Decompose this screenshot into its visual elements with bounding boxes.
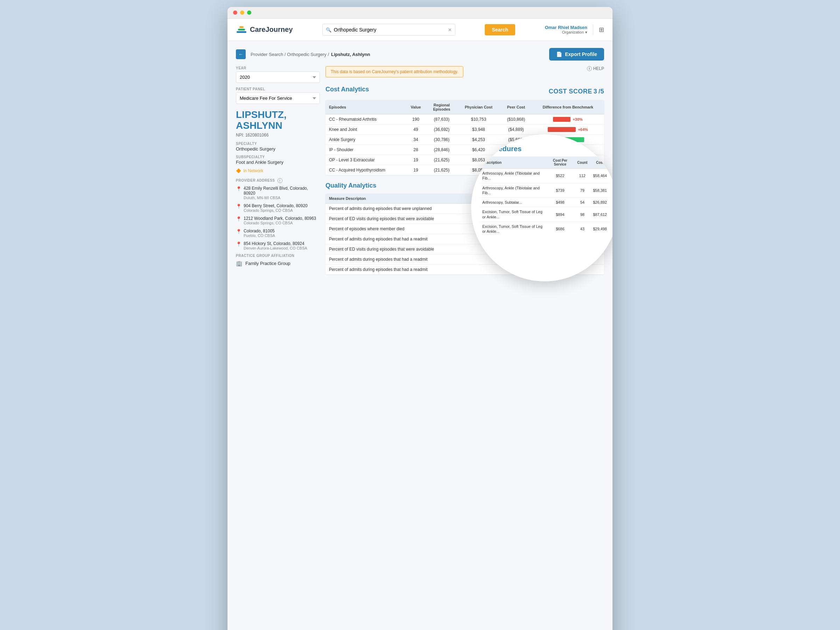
proc-cost: $58,464: [590, 169, 610, 183]
physician-cost: $6,420: [457, 145, 500, 155]
procedures-header-row: Description Cost Per Service Count Cost: [480, 156, 610, 169]
dot-green[interactable]: [247, 11, 251, 15]
location-icon: 📍: [236, 242, 242, 247]
search-icon: 🔍: [326, 27, 332, 32]
breadcrumb-row: ← Provider Search / Orthopedic Surgery /…: [236, 48, 604, 60]
location-icon: 📍: [236, 229, 242, 234]
proc-count: 79: [574, 183, 590, 198]
proc-cost: $87,612: [590, 207, 610, 222]
year-select[interactable]: 2020 2019 2018: [236, 71, 320, 83]
help-icon: i: [587, 66, 592, 71]
procedures-table-body: Arthroscopy, Ankle (Tibiotalar and Fib..…: [480, 169, 610, 236]
address-item: 📍 428 Emily Renzelli Blvd, Colorado, 809…: [236, 186, 320, 200]
regional-episodes: (36,692): [427, 125, 457, 135]
panel-filter-label: PATIENT PANEL: [236, 87, 320, 91]
col-episodes: Episodes: [325, 100, 405, 114]
physician-cost: $4,253: [457, 135, 500, 145]
svg-rect-1: [238, 29, 245, 30]
breadcrumb: ← Provider Search / Orthopedic Surgery /…: [236, 49, 370, 59]
address-item: 📍 Colorado, 81005 Pueblo, CO CBSA: [236, 229, 320, 238]
proc-col-cost-per-service: Cost Per Service: [546, 156, 574, 169]
physician-cost: $10,753: [457, 114, 500, 125]
user-org: Organization ▾: [545, 30, 587, 35]
proc-count: 98: [574, 207, 590, 222]
episode-value: 19: [405, 165, 426, 175]
episode-value: 19: [405, 155, 426, 165]
cost-analytics-title: Cost Analytics: [325, 86, 369, 93]
grid-icon[interactable]: ⊞: [599, 26, 604, 33]
export-profile-button[interactable]: 📄 Export Profile: [549, 48, 604, 60]
user-name[interactable]: Omar Rhiel Madsen: [545, 25, 587, 30]
address-street: 854 Hickory St, Colorado, 80924: [243, 241, 307, 246]
dot-red[interactable]: [233, 11, 237, 15]
help-link[interactable]: i HELP: [587, 66, 604, 71]
measure-desc: Percent of admits during episodes that h…: [325, 254, 512, 265]
address-text: 428 Emily Renzelli Blvd, Colorado, 80920…: [243, 186, 320, 200]
proc-cost: $26,892: [590, 198, 610, 207]
regional-episodes: (30,786): [427, 135, 457, 145]
two-col-layout: YEAR 2020 2019 2018 PATIENT PANEL Medica…: [236, 66, 604, 275]
header-divider: [593, 25, 593, 35]
episode-value: 34: [405, 135, 426, 145]
location-icon: 📍: [236, 216, 242, 221]
search-input[interactable]: [322, 24, 455, 36]
proc-count: 112: [574, 169, 590, 183]
proc-cost: $58,381: [590, 183, 610, 198]
subspecialty-value: Foot and Ankle Surgery: [236, 159, 320, 165]
physician-cost: $3,948: [457, 125, 500, 135]
breadcrumb-current: Lipshutz, Ashlynn: [331, 52, 370, 57]
org-dropdown-icon[interactable]: ▾: [585, 30, 587, 35]
table-row: Arthroscopy, Subtalar... $498 54 $26,892: [480, 198, 610, 207]
cost-table-header-row: Episodes Value RegionalEpisodes Physicia…: [325, 100, 604, 114]
search-bar: 🔍 ✕: [322, 24, 455, 36]
search-button[interactable]: Search: [485, 24, 515, 35]
subspecialty-label: SUBSPECIALTY: [236, 155, 320, 159]
back-button[interactable]: ←: [236, 49, 246, 59]
address-street: 904 Berry Street, Colorado, 80920: [243, 203, 308, 208]
col-value: Value: [405, 100, 426, 114]
col-regional: RegionalEpisodes: [427, 100, 457, 114]
header-right: Omar Rhiel Madsen Organization ▾ ⊞: [545, 25, 604, 35]
browser-window: CareJourney 🔍 ✕ Search Omar Rhiel Madsen…: [227, 7, 613, 630]
regional-episodes: (28,846): [427, 145, 457, 155]
panel-select[interactable]: Medicare Fee For Service Commercial Medi…: [236, 92, 320, 104]
location-icon: 📍: [236, 186, 242, 191]
logo[interactable]: CareJourney: [236, 24, 293, 35]
network-badge: 🔶 In Network: [236, 168, 320, 173]
address-street: 1212 Woodland Park, Colorado, 80963: [243, 216, 316, 221]
search-clear-icon[interactable]: ✕: [448, 27, 452, 32]
specialty-value: Orthopedic Surgery: [236, 146, 320, 152]
address-city: Pueblo, CO CBSA: [243, 234, 275, 238]
year-filter-label: YEAR: [236, 66, 320, 70]
table-row: CC - Rheumatoid Arthritis 190 (87,633) $…: [325, 114, 604, 125]
provider-npi: NPI: 1620801066: [236, 133, 320, 137]
address-info-icon[interactable]: i: [278, 178, 283, 182]
dot-yellow[interactable]: [240, 11, 244, 15]
address-city: Duluth, MN-WI CBSA: [243, 196, 320, 200]
episode-name: CC - Rheumatoid Arthritis: [325, 114, 405, 125]
right-panel: This data is based on CareJourney's pati…: [325, 66, 604, 275]
left-panel: YEAR 2020 2019 2018 PATIENT PANEL Medica…: [236, 66, 320, 275]
address-list: 📍 428 Emily Renzelli Blvd, Colorado, 809…: [236, 186, 320, 250]
practice-affiliation: 🏢 Family Practice Group: [236, 261, 320, 267]
proc-description: Arthroscopy, Ankle (Tibiotalar and Fib..…: [480, 169, 546, 183]
regional-episodes: (21,625): [427, 165, 457, 175]
location-icon: 📍: [236, 204, 242, 209]
proc-count: 54: [574, 198, 590, 207]
svg-rect-0: [237, 31, 246, 33]
address-text: Colorado, 81005 Pueblo, CO CBSA: [243, 229, 275, 238]
address-text: 854 Hickory St, Colorado, 80924 Denver-A…: [243, 241, 307, 250]
proc-col-count: Count: [574, 156, 590, 169]
address-city: Colorado Springs, CO CBSA: [243, 208, 308, 212]
episode-name: Knee and Joint: [325, 125, 405, 135]
provider-name: LIPSHUTZ, ASHLYNN: [236, 109, 320, 131]
practice-name: Family Practice Group: [245, 261, 291, 266]
diff-benchmark: +30%: [532, 114, 604, 125]
user-info: Omar Rhiel Madsen Organization ▾: [545, 25, 587, 35]
proc-description: Arthroscopy, Ankle (Tibiotalar and Fib..…: [480, 183, 546, 198]
main-content: ← Provider Search / Orthopedic Surgery /…: [227, 41, 613, 630]
proc-count: 43: [574, 222, 590, 236]
proc-cost-per-service: $686: [546, 222, 574, 236]
procedures-table: Description Cost Per Service Count Cost …: [480, 156, 610, 236]
address-text: 1212 Woodland Park, Colorado, 80963 Colo…: [243, 216, 316, 225]
